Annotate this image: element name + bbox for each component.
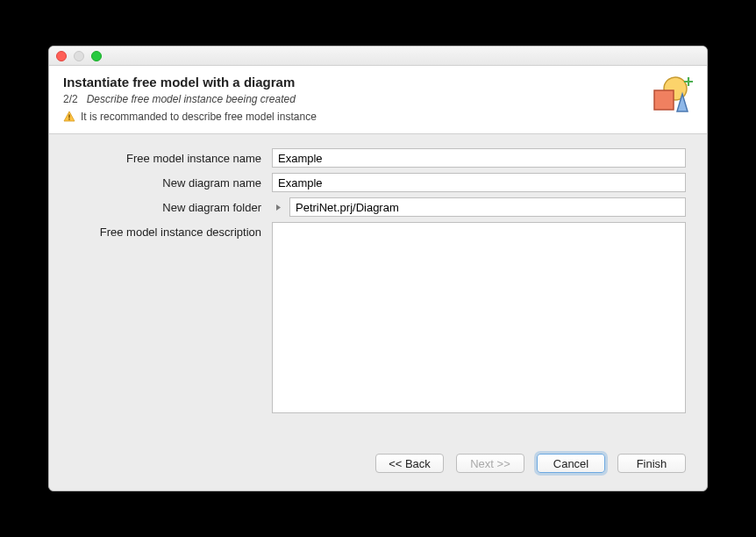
step-description: Describe free model instance beeing crea… (87, 93, 296, 105)
svg-rect-3 (654, 90, 674, 110)
dialog-footer: << Back Next >> Cancel Finish (49, 440, 707, 490)
info-text: It is recommanded to describe free model… (81, 111, 317, 123)
finish-button[interactable]: Finish (617, 454, 686, 473)
dialog-header: Instantiate free model with a diagram 2/… (49, 66, 707, 134)
minimize-icon (74, 51, 84, 61)
info-row: It is recommanded to describe free model… (63, 111, 693, 123)
diagram-folder-row: New diagram folder (70, 197, 686, 217)
description-label: Free model instance description (70, 222, 272, 239)
close-icon[interactable] (56, 51, 67, 61)
cancel-button[interactable]: Cancel (537, 454, 605, 473)
next-button: Next >> (456, 454, 524, 473)
back-button[interactable]: << Back (375, 454, 444, 473)
titlebar (49, 47, 707, 66)
svg-rect-0 (68, 115, 69, 118)
chevron-right-icon[interactable] (272, 201, 284, 213)
dialog-window: Instantiate free model with a diagram 2/… (48, 46, 708, 491)
instance-name-label: Free model instance name (70, 148, 272, 165)
instance-name-row: Free model instance name (70, 148, 686, 168)
instance-name-input[interactable] (272, 148, 686, 168)
step-number: 2/2 (63, 93, 78, 105)
dialog-title: Instantiate free model with a diagram (63, 75, 693, 90)
step-indicator: 2/2 Describe free model instance beeing … (63, 93, 693, 105)
description-row: Free model instance description (70, 222, 686, 413)
diagram-name-input[interactable] (272, 173, 686, 192)
maximize-icon[interactable] (91, 51, 102, 61)
svg-rect-1 (68, 118, 69, 119)
diagram-name-row: New diagram name (70, 173, 686, 192)
warning-icon (63, 111, 75, 123)
diagram-folder-label: New diagram folder (70, 197, 272, 214)
description-textarea[interactable] (272, 222, 686, 413)
diagram-folder-input[interactable] (289, 197, 686, 217)
diagram-name-label: New diagram name (70, 173, 272, 190)
dialog-content: Free model instance name New diagram nam… (49, 134, 707, 440)
shapes-icon (649, 75, 695, 118)
